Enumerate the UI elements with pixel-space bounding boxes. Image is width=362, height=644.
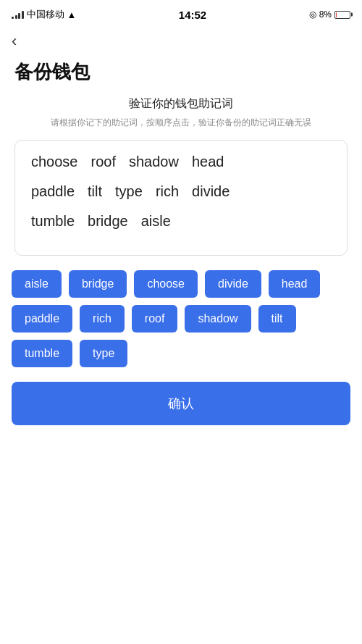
display-word: shadow — [129, 154, 179, 170]
chips-section: aislebridgechoosedivideheadpaddlerichroo… — [0, 270, 362, 367]
word-chip[interactable]: type — [80, 340, 127, 367]
status-left: 中国移动 ▲ — [12, 8, 76, 21]
status-bar: 中国移动 ▲ 14:52 ◎ 8% — [0, 0, 362, 26]
word-chip[interactable]: aisle — [12, 270, 62, 298]
word-chip[interactable]: divide — [205, 270, 261, 298]
carrier-label: 中国移动 — [27, 8, 64, 21]
word-chip[interactable]: paddle — [12, 305, 72, 333]
display-word: divide — [192, 183, 230, 200]
display-word: head — [192, 154, 224, 170]
display-word: tumble — [31, 213, 75, 230]
word-chip[interactable]: rich — [80, 305, 125, 333]
battery-percent: 8% — [319, 9, 332, 20]
time-label: 14:52 — [179, 9, 206, 21]
section-desc: 请根据你记下的助记词，按顺序点击，验证你备份的助记词正确无误 — [0, 116, 362, 130]
confirm-button[interactable]: 确认 — [12, 382, 350, 425]
word-row: paddletilttyperichdivide — [31, 183, 331, 200]
word-chip[interactable]: choose — [134, 270, 198, 298]
word-chip[interactable]: tumble — [12, 340, 72, 367]
word-chip[interactable]: tilt — [258, 305, 296, 333]
word-chip[interactable]: bridge — [69, 270, 127, 298]
battery-icon — [334, 11, 350, 19]
display-word: paddle — [31, 183, 75, 200]
display-word: type — [115, 183, 143, 200]
display-word: choose — [31, 154, 78, 170]
display-word: bridge — [88, 213, 128, 230]
signal-icon — [12, 10, 24, 19]
word-row: chooseroofshadowhead — [31, 154, 331, 170]
word-row: tumblebridgeaisle — [31, 213, 331, 230]
display-word: rich — [156, 183, 179, 200]
status-right: ◎ 8% — [309, 9, 350, 20]
back-button[interactable]: ‹ — [0, 26, 28, 54]
word-display-box: chooseroofshadowheadpaddletilttyperichdi… — [14, 140, 348, 256]
signal-ring-icon: ◎ — [309, 9, 316, 20]
wifi-icon: ▲ — [67, 9, 77, 20]
word-chip[interactable]: shadow — [185, 305, 251, 333]
section-heading: 验证你的钱包助记词 — [0, 96, 362, 112]
display-word: tilt — [88, 183, 102, 200]
page-title: 备份钱包 — [0, 54, 362, 96]
word-chip[interactable]: roof — [132, 305, 178, 333]
word-chip[interactable]: head — [269, 270, 321, 298]
display-word: aisle — [141, 213, 171, 230]
display-word: roof — [91, 154, 116, 170]
